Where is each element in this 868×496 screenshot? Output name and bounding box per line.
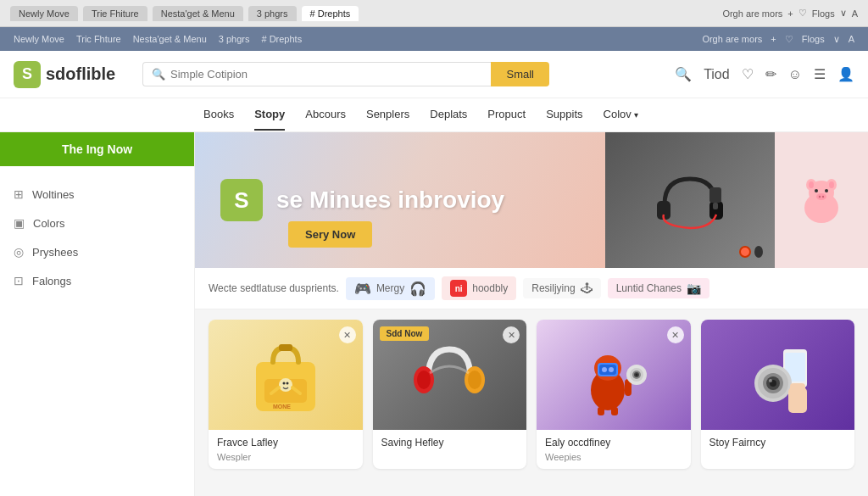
hero-cta-button[interactable]: Sery Now <box>288 221 372 248</box>
hero-logo-icon: S <box>220 179 263 221</box>
topbar-link-1[interactable]: Newly Move <box>14 34 64 44</box>
org-icon: Orgh are mors <box>722 8 782 19</box>
product-card-3: ✕ <box>537 320 691 469</box>
nav-item-suppits[interactable]: Suppits <box>546 99 582 131</box>
sidebar-item-label-woltines: Woltines <box>32 188 75 201</box>
colors-icon: ▣ <box>14 216 25 230</box>
product-card-badge-2[interactable]: Sdd Now <box>380 326 430 341</box>
brand-strip-desc: Wecte sedtlatuse dusprients. <box>209 282 339 294</box>
bag-illustration: MONE <box>248 332 324 417</box>
heart-btn[interactable]: ♡ <box>798 8 807 19</box>
brand-item-1[interactable]: 🎮 Mergy 🎧 <box>346 277 435 300</box>
svg-rect-34 <box>598 407 604 415</box>
pryshees-icon: ◎ <box>14 245 24 259</box>
store-name: sdoflible <box>46 64 115 84</box>
sidebar-item-label-pryshees: Pryshees <box>32 246 78 259</box>
topbar-a[interactable]: A <box>849 34 854 44</box>
topbar-link-4[interactable]: 3 phgrs <box>219 34 250 44</box>
products-section: ✕ <box>195 309 868 479</box>
svg-rect-51 <box>790 383 805 392</box>
svg-point-20 <box>286 382 288 385</box>
topbar-link-2[interactable]: Tric Fhture <box>76 34 121 44</box>
product-card-label-1: Wespler <box>209 452 363 469</box>
woltines-icon: ⊞ <box>14 187 24 201</box>
sidebar-item-falongs[interactable]: ⊡ Falongs <box>0 266 194 295</box>
svg-text:MONE: MONE <box>273 404 291 410</box>
nav-item-books[interactable]: Books <box>203 99 234 131</box>
sidebar-cta-button[interactable]: The Ing Now <box>0 132 194 166</box>
browser-tab-3[interactable]: Nesta'get & Menu <box>153 6 243 21</box>
brand-item-3[interactable]: Resiljying 🕹 <box>523 278 600 298</box>
sidebar-item-colors[interactable]: ▣ Colors <box>0 209 194 237</box>
search-button[interactable]: Small <box>491 62 549 86</box>
svg-rect-16 <box>279 344 292 351</box>
product-card-label-4 <box>701 452 855 459</box>
brand-item-4[interactable]: Luntid Chanes 📷 <box>608 278 709 298</box>
topbar-heart[interactable]: ♡ <box>785 34 793 45</box>
svg-rect-35 <box>611 407 618 415</box>
fb-btn[interactable]: Flogs <box>812 8 835 19</box>
svg-point-10 <box>815 189 818 192</box>
a-btn[interactable]: A <box>852 8 858 19</box>
svg-point-32 <box>602 367 607 372</box>
sidebar-item-pryshees[interactable]: ◎ Pryshees <box>0 237 194 266</box>
header-wishlist-icon[interactable]: ♡ <box>742 66 754 82</box>
browser-tab-1[interactable]: Newly Move <box>10 6 78 21</box>
plus-btn[interactable]: + <box>787 8 793 19</box>
gamepad-icon: 🎮 <box>354 281 371 297</box>
arrow-btn[interactable]: ∨ <box>840 8 847 19</box>
browser-tab-5[interactable]: # Drephts <box>302 6 359 21</box>
store-nav: Books Stopy Abcours Senplers Deplats Pro… <box>0 98 868 132</box>
browser-tab-2[interactable]: Trie Fhiture <box>83 6 147 21</box>
brand-name-mergy: Mergy <box>376 282 404 294</box>
ni-logo: ni <box>450 280 467 297</box>
topbar-fb[interactable]: Flogs <box>802 34 825 44</box>
nav-item-abcours[interactable]: Abcours <box>305 99 346 131</box>
shopify-logo-icon: S <box>14 61 41 88</box>
topbar-link-5[interactable]: # Drephts <box>261 34 302 44</box>
topbar-link-3[interactable]: Nesta'get & Menu <box>133 34 207 44</box>
hero-product-image <box>605 132 775 268</box>
svg-point-33 <box>609 367 614 372</box>
product-card-4: Stoy Fairncy <box>701 320 855 469</box>
svg-point-19 <box>282 382 285 385</box>
header-smile-icon[interactable]: ☺ <box>788 67 802 82</box>
search-area: 🔍 Small <box>142 62 549 86</box>
header-edit-icon[interactable]: ✏ <box>765 66 776 82</box>
nav-item-stopy[interactable]: Stopy <box>254 99 285 131</box>
search-icon: 🔍 <box>152 68 165 81</box>
product-card-1: ✕ <box>209 320 363 469</box>
sidebar-item-woltines[interactable]: ⊞ Woltines <box>0 180 194 209</box>
headset-icon: 🎧 <box>409 281 426 297</box>
product-card-close-2[interactable]: ✕ <box>503 326 520 343</box>
sidebar-menu: ⊞ Woltines ▣ Colors ◎ Pryshees ⊡ Falongs <box>0 166 194 309</box>
hero-side-image <box>775 132 868 268</box>
brand-item-2[interactable]: ni hoodbly <box>442 276 516 300</box>
main-layout: The Ing Now ⊞ Woltines ▣ Colors ◎ Pryshe… <box>0 132 868 496</box>
svg-point-14 <box>822 196 824 198</box>
falongs-icon: ⊡ <box>14 274 24 287</box>
sidebar: The Ing Now ⊞ Woltines ▣ Colors ◎ Pryshe… <box>0 132 195 496</box>
nav-item-senplers[interactable]: Senplers <box>366 99 409 131</box>
header-user-icon[interactable]: 👤 <box>837 66 854 82</box>
topbar-plus[interactable]: + <box>771 34 776 44</box>
search-input[interactable] <box>170 68 482 81</box>
svg-point-13 <box>819 196 821 198</box>
nav-item-deplats[interactable]: Deplats <box>430 99 467 131</box>
browser-tab-4[interactable]: 3 phgrs <box>248 6 297 21</box>
game-icon: 🕹 <box>581 281 593 295</box>
svg-point-9 <box>829 181 834 188</box>
topbar-left: Newly Move Tric Fhture Nesta'get & Menu … <box>14 34 302 44</box>
product-card-close-1[interactable]: ✕ <box>339 326 356 343</box>
product-card-label-3: Weepies <box>537 452 691 469</box>
nav-item-propuct[interactable]: Propuct <box>487 99 526 131</box>
hero-text: se Minues inbrovioy <box>276 187 504 214</box>
header-icons: 🔍 Tiod ♡ ✏ ☺ ☰ 👤 <box>675 66 854 82</box>
product-card-close-3[interactable]: ✕ <box>667 326 684 343</box>
header-search-icon[interactable]: 🔍 <box>675 66 692 82</box>
header-tiod[interactable]: Tiod <box>704 67 730 82</box>
header-list-icon[interactable]: ☰ <box>814 66 826 82</box>
nav-item-colov[interactable]: Colov <box>604 99 638 131</box>
topbar-arrow[interactable]: ∨ <box>833 34 840 45</box>
svg-point-49 <box>769 379 772 382</box>
